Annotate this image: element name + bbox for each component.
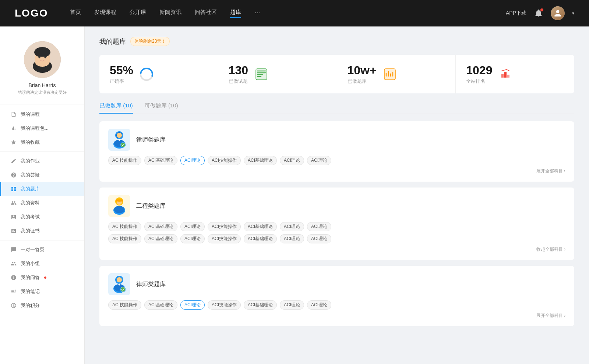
nav-news[interactable]: 新闻资讯 [159, 9, 181, 18]
profile-avatar[interactable] [24, 41, 61, 78]
sidebar-label-points: 我的积分 [21, 302, 40, 309]
divider-2 [0, 240, 84, 240]
tag-3-6[interactable]: ACI理论 [280, 300, 304, 310]
tag-1-5[interactable]: ACI基础理论 [244, 156, 277, 165]
content-area: 我的题库 体验剩余23天！ 55% 正确率 [85, 26, 589, 364]
tag-1-3[interactable]: ACI理论 [180, 156, 205, 165]
notification-bell[interactable] [534, 8, 543, 18]
page-title: 我的题库 [99, 37, 126, 46]
user-avatar[interactable] [551, 6, 565, 20]
tag-2-2[interactable]: ACI基础理论 [144, 222, 177, 231]
sidebar-item-group[interactable]: 我的小组 [0, 257, 84, 271]
sidebar-item-notes[interactable]: 我的笔记 [0, 285, 84, 299]
nav-discover[interactable]: 发现课程 [94, 9, 116, 18]
sidebar-item-profile[interactable]: 我的资料 [0, 196, 84, 210]
profile-motto: 错误的决定比没有决定要好 [18, 90, 67, 95]
tag-2-14[interactable]: ACI理论 [307, 234, 331, 243]
tag-1-4[interactable]: ACI技能操作 [208, 156, 241, 165]
sidebar-item-certificate[interactable]: 我的证书 [0, 224, 84, 238]
sidebar-item-homework[interactable]: 我的作业 [0, 154, 84, 168]
engineer-svg [110, 196, 128, 215]
tag-3-7[interactable]: ACI理论 [307, 300, 331, 310]
stat-done-questions-label: 已做试题 [229, 78, 248, 85]
tabs-row: 已做题库 (10) 可做题库 (10) [99, 102, 574, 114]
trial-badge: 体验剩余23天！ [130, 37, 170, 46]
stat-done-banks-value: 10w+ [348, 64, 377, 77]
tag-2-13[interactable]: ACI理论 [280, 234, 304, 243]
sidebar-item-exam[interactable]: 我的考试 [0, 210, 84, 224]
tag-3-5[interactable]: ACI基础理论 [244, 300, 277, 310]
tag-2-4[interactable]: ACI技能操作 [208, 222, 241, 231]
sidebar-item-points[interactable]: 我的积分 [0, 299, 84, 313]
sidebar-item-favorites[interactable]: 我的收藏 [0, 135, 84, 149]
tag-2-7[interactable]: ACI理论 [307, 222, 331, 231]
nav-more[interactable]: ··· [254, 9, 260, 18]
tags-row-3: ACI技能操作 ACI基础理论 ACI理论 ACI技能操作 ACI基础理论 AC… [108, 300, 565, 310]
tags-row-2a: ACI技能操作 ACI基础理论 ACI理论 ACI技能操作 ACI基础理论 AC… [108, 222, 565, 231]
expand-link-3[interactable]: 展开全部科目 › [108, 313, 565, 319]
sidebar-label-my-courses: 我的课程 [21, 111, 40, 118]
tag-1-1[interactable]: ACI技能操作 [108, 156, 141, 165]
grid-icon [10, 186, 17, 192]
nav-qa[interactable]: 问答社区 [195, 9, 217, 18]
file-icon [10, 111, 17, 118]
user-dropdown-arrow[interactable]: ▾ [572, 11, 574, 16]
sidebar-item-course-package[interactable]: 我的课程包... [0, 121, 84, 135]
tag-2-5[interactable]: ACI基础理论 [244, 222, 277, 231]
sidebar-label-qbank: 我的题库 [21, 186, 40, 192]
tab-available-banks[interactable]: 可做题库 (10) [145, 102, 178, 114]
qa-notification-dot [44, 276, 46, 279]
done-banks-icon [382, 67, 397, 82]
expand-link-1[interactable]: 展开全部科目 › [108, 168, 565, 174]
tag-3-3[interactable]: ACI理论 [180, 300, 205, 310]
nav-open-course[interactable]: 公开课 [130, 9, 146, 18]
qbank-name-1: 律师类题库 [136, 136, 166, 144]
stat-done-banks: 10w+ 已做题库 [337, 55, 456, 93]
sidebar-item-my-qa[interactable]: 我的问答 [0, 271, 84, 285]
tag-1-7[interactable]: ACI理论 [307, 156, 331, 165]
question-circle-icon [10, 172, 17, 178]
tag-2-10[interactable]: ACI理论 [180, 234, 205, 243]
app-download-button[interactable]: APP下载 [506, 10, 526, 17]
tag-1-2[interactable]: ACI基础理论 [144, 156, 177, 165]
sidebar-item-qbank[interactable]: 我的题库 [0, 182, 84, 196]
navbar: LOGO 首页 发现课程 公开课 新闻资讯 问答社区 题库 ··· APP下载 … [0, 0, 589, 26]
tags-row-1: ACI技能操作 ACI基础理论 ACI理论 ACI技能操作 ACI基础理论 AC… [108, 156, 565, 165]
done-questions-icon [254, 67, 269, 82]
tag-2-1[interactable]: ACI技能操作 [108, 222, 141, 231]
nav-qbank[interactable]: 题库 [230, 9, 241, 18]
tags-row-2b: ACI技能操作 ACI基础理论 ACI理论 ACI技能操作 ACI基础理论 AC… [108, 234, 565, 243]
tag-1-6[interactable]: ACI理论 [280, 156, 304, 165]
tag-2-6[interactable]: ACI理论 [280, 222, 304, 231]
stat-ranking-value: 1029 [466, 64, 492, 77]
sidebar-item-questions[interactable]: 我的答疑 [0, 168, 84, 182]
tab-done-banks[interactable]: 已做题库 (10) [99, 102, 133, 114]
stat-done-banks-text: 10w+ 已做题库 [348, 64, 377, 85]
stat-accuracy: 55% 正确率 [99, 55, 218, 93]
expand-link-2[interactable]: 收起全部科目 › [108, 246, 565, 253]
tag-2-11[interactable]: ACI技能操作 [208, 234, 241, 243]
nav-links: 首页 发现课程 公开课 新闻资讯 问答社区 题库 ··· [70, 9, 506, 18]
sidebar-label-questions: 我的答疑 [21, 172, 40, 178]
svg-point-28 [117, 277, 122, 282]
sidebar-label-certificate: 我的证书 [21, 228, 40, 234]
edit-icon [10, 158, 17, 164]
sidebar-item-tutor[interactable]: 一对一答疑 [0, 243, 84, 257]
logo[interactable]: LOGO [15, 7, 48, 19]
tag-2-12[interactable]: ACI基础理论 [244, 234, 277, 243]
nav-home[interactable]: 首页 [70, 9, 81, 18]
tag-2-9[interactable]: ACI基础理论 [144, 234, 177, 243]
sidebar-menu: 我的课程 我的课程包... 我的收藏 我的作业 [0, 107, 84, 313]
tag-3-4[interactable]: ACI技能操作 [208, 300, 241, 310]
tag-3-1[interactable]: ACI技能操作 [108, 300, 141, 310]
tag-2-3[interactable]: ACI理论 [180, 222, 205, 231]
qbank-card-header-1: 律师类题库 [108, 129, 565, 151]
qbank-name-3: 律师类题库 [136, 281, 166, 288]
sidebar-item-my-courses[interactable]: 我的课程 [0, 107, 84, 121]
stat-accuracy-label: 正确率 [110, 78, 133, 85]
sidebar-label-group: 我的小组 [21, 260, 40, 267]
chart-bar-icon [10, 125, 17, 132]
tag-2-8[interactable]: ACI技能操作 [108, 234, 141, 243]
group-icon [10, 260, 17, 267]
tag-3-2[interactable]: ACI基础理论 [144, 300, 177, 310]
